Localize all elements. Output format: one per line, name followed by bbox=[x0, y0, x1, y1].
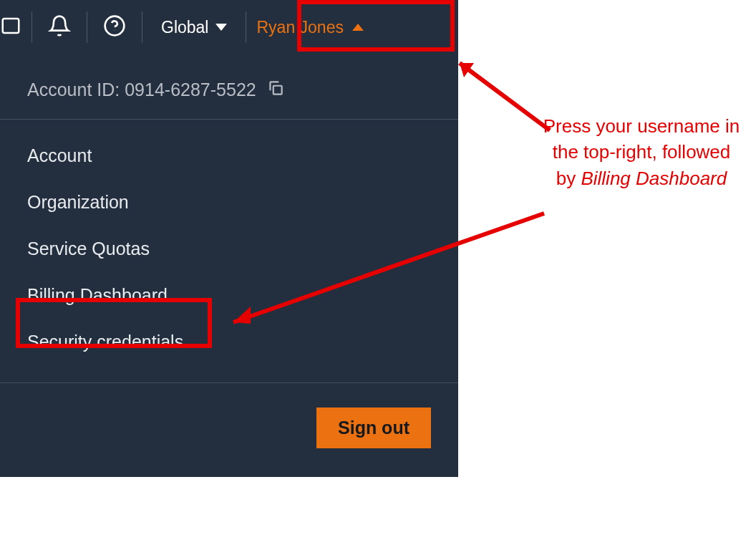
menu-item-organization[interactable]: Organization bbox=[0, 179, 458, 226]
user-account-dropdown[interactable]: Ryan Jones bbox=[246, 14, 373, 42]
cloudshell-icon bbox=[0, 15, 21, 39]
svg-rect-0 bbox=[3, 19, 19, 33]
account-menu-list: Account Organization Service Quotas Bill… bbox=[0, 120, 458, 383]
annotation-text: Press your username in the top-right, fo… bbox=[541, 113, 742, 191]
svg-marker-5 bbox=[460, 63, 474, 77]
menu-item-security-credentials[interactable]: Security credentials bbox=[0, 319, 458, 365]
account-id-label: Account ID: 0914-6287-5522 bbox=[27, 79, 256, 100]
region-selector[interactable]: Global bbox=[142, 18, 246, 37]
menu-item-service-quotas[interactable]: Service Quotas bbox=[0, 226, 458, 272]
account-id-row: Account ID: 0914-6287-5522 bbox=[0, 59, 458, 120]
user-name: Ryan Jones bbox=[256, 18, 343, 37]
copy-icon[interactable] bbox=[266, 79, 285, 100]
help-nav-item[interactable] bbox=[87, 0, 142, 54]
signout-button[interactable]: Sign out bbox=[316, 407, 431, 448]
chevron-up-icon bbox=[352, 24, 364, 31]
annotation-arrow-to-username bbox=[442, 52, 557, 138]
region-label: Global bbox=[161, 18, 208, 37]
help-icon bbox=[103, 14, 126, 40]
menu-item-billing-dashboard[interactable]: Billing Dashboard bbox=[0, 272, 458, 319]
account-dropdown-panel: Global Ryan Jones Account ID: 0914-6287-… bbox=[0, 0, 458, 477]
svg-rect-3 bbox=[273, 86, 281, 95]
svg-line-4 bbox=[460, 63, 550, 130]
chevron-down-icon bbox=[215, 24, 227, 31]
dropdown-footer: Sign out bbox=[0, 383, 458, 477]
terminal-nav-item[interactable] bbox=[0, 0, 32, 54]
bell-icon bbox=[48, 14, 71, 40]
topbar: Global Ryan Jones bbox=[0, 0, 458, 54]
notifications-nav-item[interactable] bbox=[32, 0, 87, 54]
menu-item-account[interactable]: Account bbox=[0, 132, 458, 179]
